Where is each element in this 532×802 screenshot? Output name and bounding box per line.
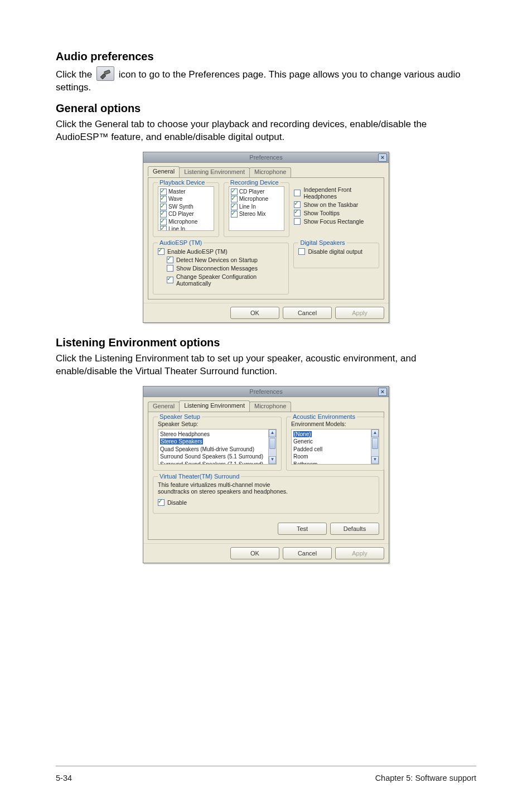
scroll-thumb[interactable]	[269, 438, 275, 449]
list-item: Master	[168, 188, 186, 196]
heading-listening-env: Listening Environment options	[56, 336, 476, 349]
preferences-hammer-icon	[96, 66, 114, 81]
tab-general[interactable]: General	[148, 166, 180, 176]
list-item: CD Player	[239, 188, 265, 196]
para-listening-env: Click the Listening Environment tab to s…	[56, 352, 476, 378]
close-icon[interactable]: ×	[378, 388, 387, 396]
cancel-button[interactable]: Cancel	[283, 547, 332, 559]
checkbox-independent-headphones[interactable]	[294, 190, 301, 196]
list-item[interactable]: Quad Speakers (Multi-drive Surround)	[160, 446, 274, 453]
label-focus-rectangle: Show Focus Rectangle	[303, 218, 364, 225]
checkbox-show-taskbar[interactable]	[294, 201, 301, 208]
footer-page-number: 5-34	[56, 774, 72, 782]
checkbox-icon[interactable]	[160, 226, 167, 231]
label-independent-headphones: Independent Front Headphones	[303, 186, 379, 200]
legend-audioesp: AudioESP (TM)	[158, 239, 204, 246]
test-button[interactable]: Test	[278, 523, 327, 535]
legend-digital-speakers: Digital Speakers	[298, 239, 346, 246]
list-item[interactable]: Bathroom	[293, 461, 377, 465]
group-speaker-setup: Speaker Setup Speaker Setup: Stereo Head…	[153, 417, 282, 471]
list-item[interactable]: Surround Sound Speakers (7.1 Surround)	[160, 461, 274, 465]
group-playback-device: Playback Device Master Wave SW Synth CD …	[153, 182, 219, 237]
group-digital-speakers: Digital Speakers Disable digital output	[293, 243, 379, 268]
label-detect-new-devices: Detect New Devices on Startup	[176, 257, 258, 263]
label-show-tooltips: Show Tooltips	[303, 210, 340, 216]
checkbox-detect-new-devices[interactable]	[167, 257, 173, 263]
svg-rect-1	[104, 70, 110, 74]
group-virtual-theater: Virtual Theater(TM) Surround This featur…	[153, 476, 379, 514]
scrollbar[interactable]: ▲ ▼	[371, 429, 379, 464]
preferences-dialog-listening: Preferences × General Listening Environm…	[143, 386, 389, 563]
list-item[interactable]: Surround Sound Speakers (5.1 Surround)	[160, 453, 274, 461]
playback-device-list[interactable]: Master Wave SW Synth CD Player Microphon…	[158, 186, 214, 231]
list-item: Microphone	[239, 195, 268, 203]
dialog-title-text: Preferences	[249, 388, 282, 395]
tab-strip: General Listening Environment Microphone	[148, 166, 384, 176]
tab-microphone[interactable]: Microphone	[249, 402, 291, 412]
speaker-setup-list[interactable]: Stereo Headphones Stereo Speakers Quad S…	[158, 429, 277, 465]
dialog-button-row: OK Cancel Apply	[143, 543, 389, 563]
dialog-titlebar: Preferences ×	[143, 152, 389, 163]
ok-button[interactable]: OK	[230, 307, 279, 319]
virtual-theater-description: This feature virtualizes multi-channel m…	[158, 481, 303, 495]
dialog-titlebar: Preferences ×	[143, 386, 389, 397]
list-item: Line In	[239, 203, 256, 211]
checkbox-change-speaker-config[interactable]	[167, 277, 173, 283]
checkbox-disable-digital-output[interactable]	[298, 248, 305, 255]
apply-button[interactable]: Apply	[335, 307, 384, 319]
legend-playback: Playback Device	[158, 179, 206, 186]
label-disable-virtual-theater: Disable	[167, 499, 187, 506]
list-item[interactable]: Stereo Headphones	[160, 431, 274, 438]
cancel-button[interactable]: Cancel	[283, 307, 332, 319]
heading-general-options: General options	[56, 102, 476, 115]
legend-virtual-theater: Virtual Theater(TM) Surround	[158, 473, 241, 480]
tab-listening[interactable]: Listening Environment	[179, 167, 250, 177]
checkbox-show-tooltips[interactable]	[294, 210, 301, 216]
footer-chapter-title: Chapter 5: Software support	[375, 774, 476, 782]
tab-strip: General Listening Environment Microphone	[148, 400, 384, 410]
scroll-up-icon[interactable]: ▲	[371, 429, 379, 437]
group-acoustic-env: Acoustic Environments Environment Models…	[286, 417, 384, 471]
list-item: Microphone	[168, 218, 197, 226]
defaults-button[interactable]: Defaults	[330, 523, 379, 535]
list-item[interactable]: Padded cell	[293, 446, 377, 453]
list-item[interactable]: Stereo Speakers	[160, 438, 274, 446]
checkbox-show-disconnection[interactable]	[167, 265, 173, 272]
apply-button[interactable]: Apply	[335, 547, 384, 559]
checkbox-focus-rectangle[interactable]	[294, 218, 301, 225]
para-audio-prefs-post: icon to go to the Preferences page. This…	[56, 69, 461, 93]
close-icon[interactable]: ×	[378, 153, 387, 162]
scroll-thumb[interactable]	[372, 438, 378, 449]
list-item: Line In	[168, 225, 185, 231]
checkbox-disable-virtual-theater[interactable]	[158, 499, 165, 506]
list-item[interactable]: (None)	[293, 431, 377, 438]
heading-audio-prefs: Audio preferences	[56, 50, 476, 63]
preferences-dialog-general: Preferences × General Listening Environm…	[143, 152, 389, 323]
tab-listening[interactable]: Listening Environment	[179, 400, 250, 410]
list-item[interactable]: Room	[293, 453, 377, 461]
recording-device-list[interactable]: CD Player Microphone Line In Stereo Mix	[229, 186, 285, 231]
tab-microphone[interactable]: Microphone	[249, 167, 291, 177]
legend-speaker-setup: Speaker Setup	[158, 413, 202, 420]
checkbox-icon[interactable]	[231, 211, 238, 218]
list-item: Wave	[168, 195, 182, 203]
list-item: CD Player	[168, 210, 194, 218]
scroll-down-icon[interactable]: ▼	[371, 456, 379, 464]
list-item: Stereo Mix	[239, 210, 266, 218]
list-item[interactable]: Generic	[293, 438, 377, 446]
para-audio-prefs-pre: Click the	[56, 69, 95, 80]
list-item: SW Synth	[168, 203, 193, 211]
footer-rule	[56, 766, 476, 766]
scrollbar[interactable]: ▲ ▼	[268, 429, 276, 464]
para-general-options: Click the General tab to choose your pla…	[56, 118, 476, 144]
scroll-down-icon[interactable]: ▼	[269, 456, 276, 464]
dialog-button-row: OK Cancel Apply	[143, 303, 389, 322]
ok-button[interactable]: OK	[230, 547, 279, 559]
para-audio-prefs: Click the icon to go to the Preferences …	[56, 66, 476, 94]
page-footer: 5-34 Chapter 5: Software support	[56, 774, 476, 782]
tab-general[interactable]: General	[148, 402, 180, 412]
scroll-up-icon[interactable]: ▲	[269, 429, 276, 437]
checkbox-enable-audioesp[interactable]	[158, 248, 165, 255]
environment-models-list[interactable]: (None) Generic Padded cell Room Bathroom…	[291, 429, 379, 465]
label-speaker-setup: Speaker Setup:	[158, 421, 277, 427]
